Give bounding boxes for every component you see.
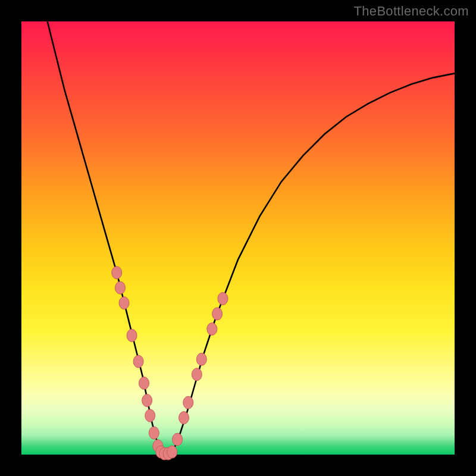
bottleneck-curve [48, 21, 455, 455]
watermark-text: TheBottleneck.com [354, 4, 469, 19]
data-marker [207, 322, 217, 335]
plot-area [21, 21, 455, 455]
data-marker [192, 368, 202, 381]
data-marker [142, 394, 152, 407]
data-marker [167, 446, 177, 458]
data-marker [196, 353, 206, 365]
chart-svg [21, 21, 455, 455]
data-marker [145, 409, 155, 422]
data-marker [179, 412, 189, 424]
chart-frame: TheBottleneck.com [0, 0, 476, 476]
data-marker [218, 292, 228, 305]
data-marker [115, 281, 126, 294]
data-marker [212, 308, 223, 320]
data-marker [183, 396, 193, 409]
data-markers [112, 267, 228, 460]
data-marker [112, 267, 122, 279]
data-marker [133, 355, 143, 368]
data-marker [173, 433, 183, 446]
data-marker [119, 297, 129, 309]
data-marker [149, 427, 159, 439]
data-marker [139, 377, 149, 389]
data-marker [127, 329, 137, 342]
